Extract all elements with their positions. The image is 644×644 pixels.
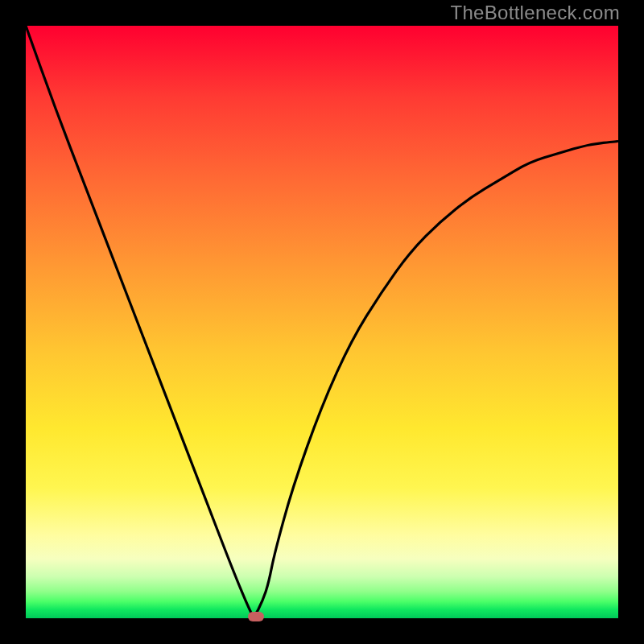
watermark-text: TheBottleneck.com [450,2,620,24]
chart-frame: TheBottleneck.com [0,0,644,644]
bottleneck-curve [26,26,618,618]
plot-area [26,26,618,618]
optimal-marker [248,612,264,621]
